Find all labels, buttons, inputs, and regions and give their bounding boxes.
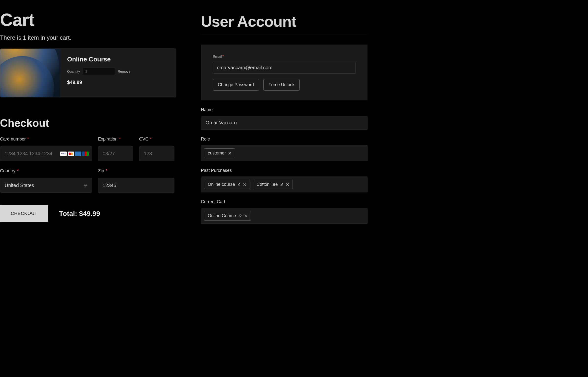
remove-link[interactable]: Remove — [118, 70, 130, 73]
zip-label: Zip* — [98, 168, 176, 174]
change-password-button[interactable]: Change Password — [213, 79, 259, 91]
country-select[interactable]: United States — [0, 178, 92, 193]
cvc-input[interactable] — [139, 146, 174, 161]
past-purchases-field[interactable]: Online course Cotton Tee — [201, 177, 368, 192]
zip-input[interactable] — [98, 178, 174, 193]
edit-icon[interactable] — [280, 183, 284, 186]
cart-tag: Online Course — [204, 211, 251, 221]
cart-item-card: Online Course Quantity Remove $49.99 — [0, 48, 176, 97]
edit-icon[interactable] — [237, 183, 241, 186]
country-label: Country* — [0, 168, 92, 174]
checkout-title: Checkout — [0, 117, 176, 129]
cvc-label: CVC* — [139, 137, 174, 142]
current-cart-field[interactable]: Online Course — [201, 208, 368, 224]
close-icon[interactable] — [243, 183, 246, 186]
email-panel: Email* Change Password Force Unlock — [201, 45, 368, 100]
cart-title: Cart — [0, 10, 176, 30]
amex-icon — [75, 152, 81, 156]
past-purchase-tag: Cotton Tee — [253, 180, 293, 189]
role-label: Role — [201, 137, 368, 142]
visa-icon: VISA — [60, 152, 67, 156]
jcb-icon — [82, 152, 89, 156]
cart-subtitle: There is 1 item in your cart. — [0, 34, 176, 41]
role-field[interactable]: customer — [201, 145, 368, 161]
role-tag: customer — [204, 148, 235, 158]
current-cart-label: Current Cart — [201, 199, 368, 204]
past-purchases-label: Past Purchases — [201, 168, 368, 173]
past-purchase-tag: Online course — [204, 180, 250, 189]
total-label: Total: $49.99 — [59, 210, 100, 218]
expiration-label: Expiration* — [98, 137, 133, 142]
email-label: Email — [213, 54, 222, 59]
close-icon[interactable] — [244, 214, 247, 217]
cart-item-name: Online Course — [67, 56, 169, 63]
cart-item-image — [0, 49, 60, 97]
expiration-input[interactable] — [98, 146, 133, 161]
force-unlock-button[interactable]: Force Unlock — [263, 79, 300, 91]
card-brand-icons: VISA — [60, 152, 89, 156]
quantity-input[interactable] — [83, 68, 115, 75]
edit-icon[interactable] — [238, 214, 242, 218]
mastercard-icon — [68, 152, 74, 156]
close-icon[interactable] — [286, 183, 289, 186]
name-field[interactable]: Omar Vaccaro — [201, 116, 368, 130]
cart-item-price: $49.99 — [67, 80, 169, 85]
name-label: Name — [201, 107, 368, 112]
quantity-label: Quantity — [67, 70, 80, 73]
checkout-button[interactable]: CHECKOUT — [0, 205, 48, 222]
card-number-label: Card number* — [0, 137, 92, 142]
account-title: User Account — [201, 13, 368, 35]
email-input[interactable] — [213, 62, 356, 74]
close-icon[interactable] — [228, 152, 231, 155]
